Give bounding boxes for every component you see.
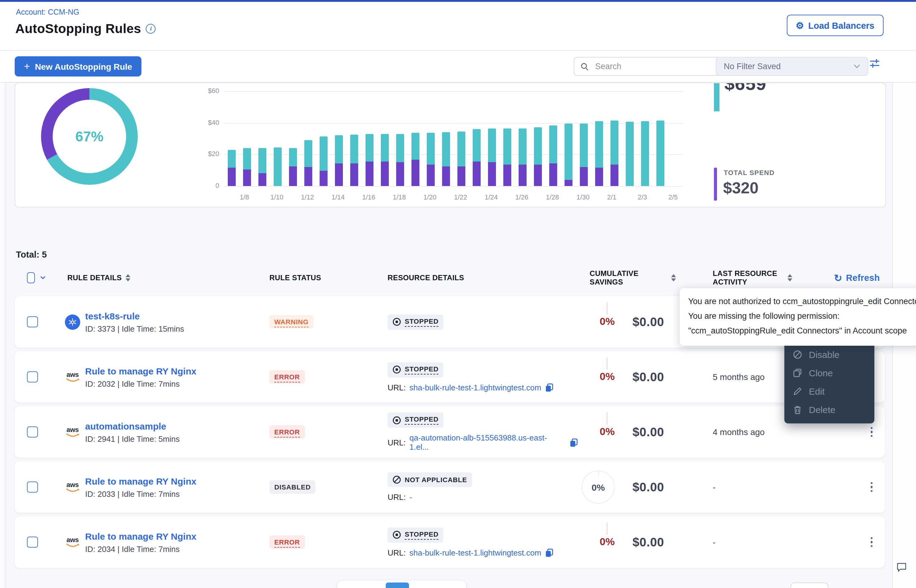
row-checkbox[interactable]: [27, 481, 38, 493]
clone-icon: [793, 368, 802, 377]
table-row-Rule to manage RY Nginx: awsRule to manage RY NginxID: 2032 | Idl…: [15, 351, 885, 402]
rule-status-badge[interactable]: ERROR: [269, 535, 304, 549]
menu-item-delete[interactable]: Delete: [784, 400, 874, 418]
refresh-button[interactable]: ↻ Refresh: [834, 272, 880, 284]
y-axis-tick: $40: [183, 118, 219, 126]
savings-percent-gauge: 0%: [582, 470, 615, 504]
info-icon[interactable]: i: [146, 24, 156, 34]
select-dropdown-chevron-icon[interactable]: [40, 275, 45, 280]
disable-icon: [793, 350, 802, 359]
column-cumulative-savings[interactable]: CUMULATIVE SAVINGS: [578, 269, 676, 286]
total-savings-value: $659: [724, 82, 767, 94]
rule-meta: ID: 2033 | Idle Time: 7mins: [85, 489, 196, 498]
savings-percent: 0%: [600, 371, 615, 383]
resource-url-link[interactable]: sha-bulk-rule-test-1.lightwingtest.com: [409, 383, 541, 392]
row-menu-kebab-icon[interactable]: [868, 535, 875, 550]
table-row-automationsample: awsautomationsampleID: 2941 | Idle Time:…: [15, 406, 885, 458]
bar-1/22: [457, 132, 465, 186]
gear-icon: ⚙: [796, 21, 804, 30]
rule-name-link[interactable]: Rule to manage RY Nginx: [85, 531, 196, 541]
saved-filter-dropdown[interactable]: No Filter Saved: [716, 57, 868, 76]
row-checkbox[interactable]: [27, 426, 38, 438]
gauge-tick: [607, 523, 607, 535]
toolbar: + New AutoStopping Rule No Filter Saved: [0, 51, 916, 82]
y-axis-tick: 0: [183, 182, 219, 189]
permission-tooltip: You are not authorized to ccm_autostoppi…: [680, 288, 916, 346]
sort-icon[interactable]: [126, 274, 130, 281]
gauge-tick: [607, 357, 607, 370]
sort-icon[interactable]: [787, 274, 792, 281]
per-page-select[interactable]: [790, 583, 829, 588]
bars: [224, 83, 683, 186]
copy-icon[interactable]: [545, 548, 553, 557]
aws-icon: aws: [66, 372, 79, 383]
search-input[interactable]: [594, 61, 694, 71]
row-checkbox[interactable]: [27, 316, 38, 327]
resource-url: URL:-: [388, 493, 578, 502]
row-checkbox[interactable]: [27, 372, 38, 383]
total-spend-label: TOTAL SPEND: [724, 169, 775, 176]
row-menu-kebab-icon[interactable]: [868, 425, 875, 439]
copy-icon[interactable]: [545, 383, 553, 392]
select-all-checkbox[interactable]: [27, 272, 35, 283]
sort-icon[interactable]: [671, 274, 676, 281]
x-axis-tick: 1/24: [485, 193, 498, 201]
table-row-Rule to manage RY Nginx: awsRule to manage RY NginxID: 2034 | Idl…: [15, 517, 885, 568]
bar-1/11: [289, 148, 297, 186]
gridline: [224, 186, 683, 187]
bar-1/24: [488, 128, 496, 186]
stop-circle-icon: [392, 530, 401, 539]
resource-url-link[interactable]: -: [409, 493, 412, 502]
row-checkbox[interactable]: [27, 536, 38, 548]
bar-1/12: [304, 140, 312, 186]
load-balancers-button[interactable]: ⚙ Load Balancers: [787, 15, 884, 36]
menu-item-clone[interactable]: Clone: [784, 363, 874, 382]
savings-percent: 0%: [600, 426, 615, 438]
x-axis-tick: 1/26: [515, 193, 528, 201]
x-axis-tick: 1/20: [423, 193, 437, 201]
chevron-down-icon: [853, 64, 860, 68]
pagination-bar[interactable]: [337, 581, 466, 588]
column-last-resource-activity[interactable]: LAST RESOURCE ACTIVITY: [676, 269, 792, 286]
savings-amount: $0.00: [621, 535, 676, 549]
resource-status-badge[interactable]: STOPPED: [388, 314, 443, 330]
savings-percent: 0%: [600, 536, 615, 548]
resource-url: URL:sha-bulk-rule-test-1.lightwingtest.c…: [388, 383, 578, 392]
resource-url-link[interactable]: sha-bulk-rule-test-1.lightwingtest.com: [409, 548, 541, 557]
copy-icon[interactable]: [570, 438, 578, 447]
current-page-button[interactable]: [386, 583, 409, 588]
filter-panel-button[interactable]: [869, 58, 880, 68]
bar-1/8: [243, 148, 251, 186]
new-autostopping-rule-button[interactable]: + New AutoStopping Rule: [15, 56, 141, 76]
x-axis-tick: 1/16: [362, 193, 375, 201]
breadcrumb[interactable]: Account: CCM-NG: [16, 8, 79, 16]
resource-status-badge[interactable]: NOT APPLICABLE: [388, 472, 472, 487]
rule-status-badge[interactable]: ERROR: [269, 425, 304, 439]
resource-status-badge[interactable]: STOPPED: [388, 527, 443, 543]
x-axis-tick: 1/30: [576, 193, 590, 201]
menu-item-disable[interactable]: Disable: [784, 345, 874, 363]
aws-icon: aws: [66, 536, 79, 548]
bar-1/17: [381, 134, 389, 186]
rule-status-badge[interactable]: WARNING: [269, 315, 314, 329]
row-menu-kebab-icon[interactable]: [868, 480, 875, 495]
rule-status-badge[interactable]: DISABLED: [269, 480, 316, 494]
rule-name-link[interactable]: automationsample: [85, 421, 180, 431]
y-axis-tick: $20: [183, 150, 219, 158]
help-chat-icon[interactable]: [896, 562, 908, 573]
resource-url-link[interactable]: qa-automation-alb-515563988.us-east-1.el…: [409, 433, 566, 452]
column-rule-details[interactable]: RULE DETAILS: [45, 273, 254, 282]
rule-name-link[interactable]: Rule to manage RY Nginx: [85, 365, 196, 376]
last-resource-activity: -: [676, 482, 792, 492]
bar-2/4: [656, 121, 664, 186]
savings-amount: $0.00: [621, 370, 676, 384]
x-axis-tick: 1/10: [270, 193, 283, 201]
rule-meta: ID: 2032 | Idle Time: 7mins: [85, 379, 196, 388]
rule-name-link[interactable]: Rule to manage RY Nginx: [85, 476, 196, 486]
resource-status-badge[interactable]: STOPPED: [388, 362, 443, 377]
rule-status-badge[interactable]: ERROR: [269, 370, 304, 384]
menu-item-edit[interactable]: Edit: [784, 382, 874, 400]
x-axis-tick: 1/14: [332, 193, 345, 201]
resource-status-badge[interactable]: STOPPED: [388, 412, 443, 428]
rule-name-link[interactable]: test-k8s-rule: [85, 310, 184, 321]
